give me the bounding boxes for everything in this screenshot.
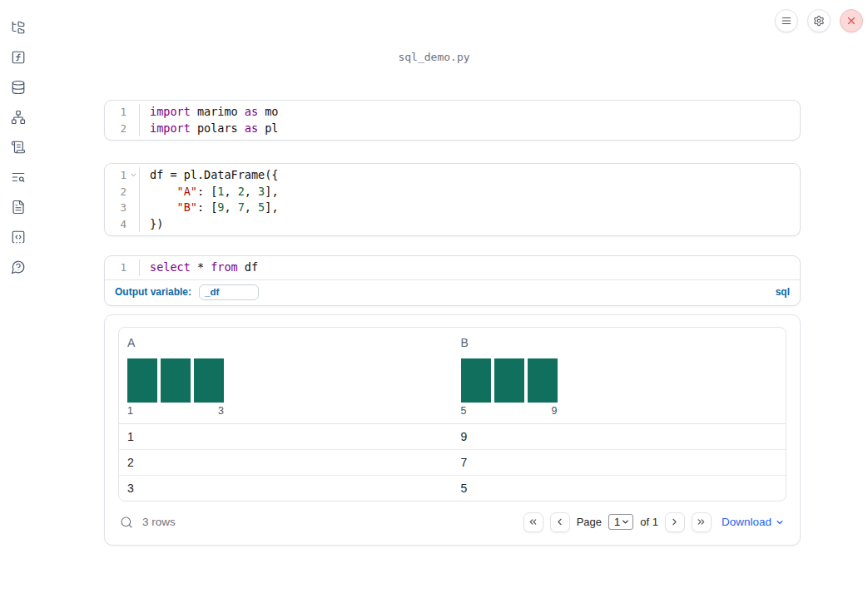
line-number: 3 (120, 200, 126, 216)
line-gutter: 2 (105, 121, 140, 137)
notebook-actions (775, 9, 863, 32)
line-number: 4 (120, 216, 126, 233)
search-icon[interactable] (120, 516, 133, 529)
code-line[interactable]: 3 "B": [9, 7, 5], (105, 200, 800, 216)
download-button[interactable]: Download (722, 516, 785, 528)
code-line[interactable]: 2import polars as pl (105, 121, 800, 137)
table-cell: 1 (119, 424, 453, 449)
table-cell: 5 (453, 476, 786, 501)
histogram-bar (194, 358, 224, 403)
code-text[interactable]: "B": [9, 7, 5], (140, 200, 279, 216)
output-variable-input[interactable] (199, 284, 259, 300)
histogram-bar (161, 358, 191, 403)
documentation-icon (11, 200, 26, 215)
menu-button[interactable] (775, 9, 798, 32)
code-text[interactable]: df = pl.DataFrame({ (140, 167, 278, 184)
dependency-graph-icon (11, 110, 26, 125)
fold-chevron-icon[interactable] (127, 170, 139, 181)
fold-spacer (127, 218, 139, 230)
code-line[interactable]: 4}) (105, 216, 800, 233)
code-text[interactable]: "A": [1, 2, 3], (140, 184, 279, 200)
code-text[interactable]: select * from df (140, 259, 258, 276)
sidebar-item-data-sources[interactable] (11, 80, 26, 95)
notebook: 1import marimo as mo2import polars as pl… (104, 100, 801, 546)
column-header[interactable]: B59 (453, 328, 786, 423)
code-text[interactable]: import polars as pl (140, 121, 278, 137)
page-total-label: of 1 (640, 516, 658, 528)
table-row[interactable]: 19 (119, 424, 786, 450)
histogram-bar (461, 358, 491, 403)
next-page-button[interactable] (665, 512, 685, 532)
shutdown-button[interactable] (840, 9, 863, 32)
sidebar (0, 0, 37, 593)
sidebar-item-help[interactable] (11, 259, 26, 274)
last-page-button[interactable] (692, 512, 712, 532)
chevron-left-icon (554, 516, 565, 527)
chevrons-right-icon (696, 516, 707, 527)
code-editor[interactable]: 1import marimo as mo2import polars as pl (105, 101, 800, 140)
output-variable-label: Output variable: (115, 286, 191, 298)
line-gutter: 3 (105, 200, 140, 216)
code-line[interactable]: 1import marimo as mo (105, 104, 800, 121)
row-count-label: 3 rows (142, 516, 176, 528)
first-page-button[interactable] (523, 512, 543, 532)
fold-spacer (127, 202, 139, 214)
code-line[interactable]: 2 "A": [1, 2, 3], (105, 184, 800, 200)
notebook-filename[interactable]: sql_demo.py (0, 51, 868, 63)
sidebar-item-snippets[interactable] (11, 230, 26, 245)
cell-imports[interactable]: 1import marimo as mo2import polars as pl (104, 100, 801, 141)
sql-editor[interactable]: 1select * from df (105, 256, 800, 279)
page-label: Page (577, 516, 602, 528)
table-row[interactable]: 27 (119, 450, 786, 476)
code-editor[interactable]: 1df = pl.DataFrame({2 "A": [1, 2, 3],3 "… (105, 164, 800, 235)
sidebar-item-outline[interactable] (11, 170, 26, 185)
histogram-max-label: 3 (218, 405, 224, 417)
snippets-icon (11, 230, 26, 245)
page-select[interactable]: 1 (608, 514, 633, 530)
table-cell: 9 (453, 424, 786, 449)
settings-button[interactable] (807, 9, 831, 32)
table-row[interactable]: 35 (119, 476, 786, 501)
table-cell: 2 (119, 450, 453, 475)
column-histogram: 13 (127, 358, 224, 417)
help-icon (11, 259, 26, 274)
shutdown-icon (846, 15, 857, 27)
fold-spacer (127, 106, 139, 118)
cell-dataframe[interactable]: 1df = pl.DataFrame({2 "A": [1, 2, 3],3 "… (104, 163, 801, 236)
histogram-bar (494, 358, 524, 403)
line-gutter: 4 (105, 216, 140, 233)
sidebar-item-dependency-graph[interactable] (11, 110, 26, 125)
code-line[interactable]: 1select * from df (105, 259, 800, 276)
sidebar-item-file-explorer[interactable] (11, 20, 26, 35)
data-sources-icon (11, 80, 26, 95)
column-name[interactable]: B (461, 336, 778, 349)
data-table: A13B59 192735 (118, 327, 786, 502)
histogram-min-label: 5 (461, 405, 467, 417)
column-header[interactable]: A13 (119, 328, 453, 423)
previous-page-button[interactable] (550, 512, 570, 532)
line-gutter: 1 (105, 167, 140, 184)
line-gutter: 2 (105, 184, 140, 200)
sidebar-item-documentation[interactable] (11, 200, 26, 215)
line-gutter: 1 (105, 104, 140, 121)
line-number: 2 (120, 184, 126, 200)
settings-icon (813, 15, 825, 27)
code-text[interactable]: }) (140, 216, 163, 233)
code-line[interactable]: 1df = pl.DataFrame({ (105, 167, 800, 184)
column-histogram: 59 (461, 358, 558, 417)
code-text[interactable]: import marimo as mo (140, 104, 278, 121)
sql-language-badge: sql (776, 286, 790, 298)
line-number: 2 (120, 121, 126, 137)
table-cell: 3 (119, 476, 453, 501)
chevron-right-icon (669, 516, 680, 527)
line-number: 1 (120, 259, 126, 276)
line-number: 1 (120, 104, 126, 121)
column-name[interactable]: A (127, 336, 444, 349)
sidebar-item-logs[interactable] (11, 140, 26, 155)
chevron-down-icon (621, 517, 630, 526)
line-gutter: 1 (105, 259, 140, 276)
cell-sql[interactable]: 1select * from df Output variable: sql (104, 255, 801, 306)
table-header: A13B59 (119, 328, 786, 424)
table-footer: 3 rows Page 1 of 1 (118, 502, 786, 545)
line-number: 1 (120, 167, 126, 184)
